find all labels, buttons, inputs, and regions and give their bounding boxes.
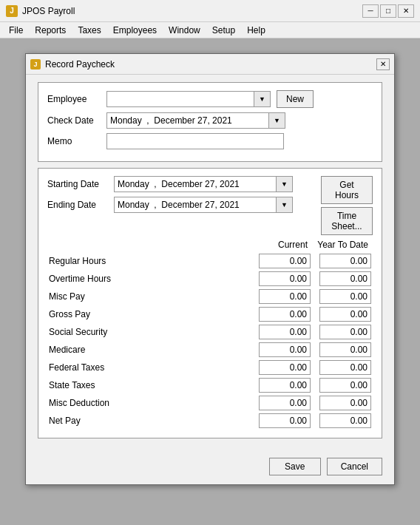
payroll-data-panel: Starting Date ▼ Ending Date ▼ — [38, 168, 382, 438]
row-label-1: Overtime Hours — [49, 271, 250, 287]
app-title: JPOS Payroll — [22, 6, 362, 16]
current-input-5[interactable] — [259, 342, 311, 357]
starting-date-row: Starting Date ▼ — [47, 176, 314, 192]
maximize-button[interactable]: □ — [380, 4, 396, 18]
dialog-title-bar: J Record Paycheck ✕ — [26, 54, 394, 75]
ending-date-row: Ending Date ▼ — [47, 197, 314, 213]
minimize-button[interactable]: ─ — [362, 4, 379, 18]
employee-panel: Employee ▼ New Check Date ▼ Memo — [38, 82, 382, 162]
current-input-1[interactable] — [259, 271, 311, 286]
current-input-4[interactable] — [259, 325, 311, 339]
ytd-input-9[interactable] — [319, 413, 371, 428]
close-window-button[interactable]: ✕ — [398, 4, 414, 18]
window-controls: ─ □ ✕ — [362, 4, 414, 18]
col-ytd-header: Year To Date — [312, 240, 371, 251]
current-input-6[interactable] — [259, 360, 311, 375]
row-label-5: Medicare — [49, 342, 250, 358]
app-icon: J — [6, 5, 18, 17]
ytd-input-4[interactable] — [319, 325, 371, 339]
starting-date-label: Starting Date — [47, 179, 114, 189]
ytd-input-0[interactable] — [319, 254, 371, 268]
title-bar: J JPOS Payroll ─ □ ✕ — [0, 0, 420, 22]
cancel-button[interactable]: Cancel — [327, 458, 382, 475]
memo-row: Memo — [47, 133, 373, 149]
ytd-input-2[interactable] — [319, 289, 371, 304]
memo-label: Memo — [47, 136, 106, 146]
menu-employees[interactable]: Employees — [107, 24, 163, 37]
row-label-8: Misc Deduction — [49, 395, 250, 411]
side-buttons: Get Hours Time Sheet... — [321, 176, 373, 235]
table-row: State Taxes — [49, 377, 371, 393]
col-current-header: Current — [251, 240, 311, 251]
menu-taxes[interactable]: Taxes — [72, 24, 106, 37]
starting-date-input[interactable] — [114, 176, 277, 192]
check-date-combo: ▼ — [106, 112, 285, 129]
check-date-input[interactable] — [106, 112, 269, 129]
menu-reports[interactable]: Reports — [29, 24, 72, 37]
dialog-close-button[interactable]: ✕ — [376, 58, 390, 70]
check-date-label: Check Date — [47, 115, 106, 126]
new-button[interactable]: New — [277, 90, 314, 108]
ytd-input-7[interactable] — [319, 378, 371, 393]
dialog-icon: J — [30, 59, 41, 70]
ending-date-dropdown-btn[interactable]: ▼ — [277, 197, 293, 213]
row-label-2: Misc Pay — [49, 288, 250, 305]
row-label-3: Gross Pay — [49, 306, 250, 322]
dialog-content: Employee ▼ New Check Date ▼ Memo — [26, 75, 394, 452]
current-input-2[interactable] — [259, 289, 311, 304]
ending-date-label: Ending Date — [47, 200, 114, 210]
ending-date-combo: ▼ — [114, 197, 293, 213]
table-row: Regular Hours — [49, 253, 371, 269]
ytd-input-6[interactable] — [319, 360, 371, 375]
payroll-table: Current Year To Date Regular Hours Overt… — [47, 238, 373, 430]
ytd-input-8[interactable] — [319, 396, 371, 410]
table-row: Misc Deduction — [49, 395, 371, 411]
row-label-6: Federal Taxes — [49, 359, 250, 376]
dialog-title: Record Paycheck — [45, 59, 376, 70]
starting-date-combo: ▼ — [114, 176, 293, 192]
employee-row: Employee ▼ New — [47, 90, 373, 108]
get-hours-button[interactable]: Get Hours — [321, 176, 373, 204]
employee-label: Employee — [47, 94, 106, 104]
menu-window[interactable]: Window — [163, 24, 206, 37]
row-label-9: Net Pay — [49, 413, 250, 429]
dates-section: Starting Date ▼ Ending Date ▼ — [47, 176, 314, 217]
ending-date-input[interactable] — [114, 197, 277, 213]
main-area: J Record Paycheck ✕ Employee ▼ New Check… — [0, 38, 420, 525]
table-row: Gross Pay — [49, 306, 371, 322]
table-row: Misc Pay — [49, 288, 371, 305]
ytd-input-5[interactable] — [319, 342, 371, 357]
record-paycheck-dialog: J Record Paycheck ✕ Employee ▼ New Check… — [25, 53, 395, 485]
check-date-row: Check Date ▼ — [47, 112, 373, 129]
ytd-input-3[interactable] — [319, 307, 371, 322]
employee-dropdown-btn[interactable]: ▼ — [254, 91, 271, 107]
menu-setup[interactable]: Setup — [206, 24, 241, 37]
current-input-0[interactable] — [259, 254, 311, 268]
row-label-4: Social Security — [49, 324, 250, 340]
current-input-3[interactable] — [259, 307, 311, 322]
starting-date-dropdown-btn[interactable]: ▼ — [277, 176, 293, 192]
table-row: Medicare — [49, 342, 371, 358]
time-sheet-button[interactable]: Time Sheet... — [321, 207, 373, 235]
save-button[interactable]: Save — [269, 458, 321, 475]
current-input-8[interactable] — [259, 396, 311, 410]
menu-help[interactable]: Help — [241, 24, 271, 37]
menu-file[interactable]: File — [3, 24, 29, 37]
row-label-7: State Taxes — [49, 377, 250, 393]
employee-input[interactable] — [106, 91, 254, 107]
current-input-7[interactable] — [259, 378, 311, 393]
table-row: Federal Taxes — [49, 359, 371, 376]
menu-bar: File Reports Taxes Employees Window Setu… — [0, 22, 420, 38]
dialog-footer: Save Cancel — [26, 452, 394, 484]
row-label-0: Regular Hours — [49, 253, 250, 269]
table-row: Overtime Hours — [49, 271, 371, 287]
table-row: Social Security — [49, 324, 371, 340]
memo-input[interactable] — [106, 133, 284, 149]
check-date-dropdown-btn[interactable]: ▼ — [269, 112, 285, 129]
table-row: Net Pay — [49, 413, 371, 429]
current-input-9[interactable] — [259, 413, 311, 428]
ytd-input-1[interactable] — [319, 271, 371, 286]
